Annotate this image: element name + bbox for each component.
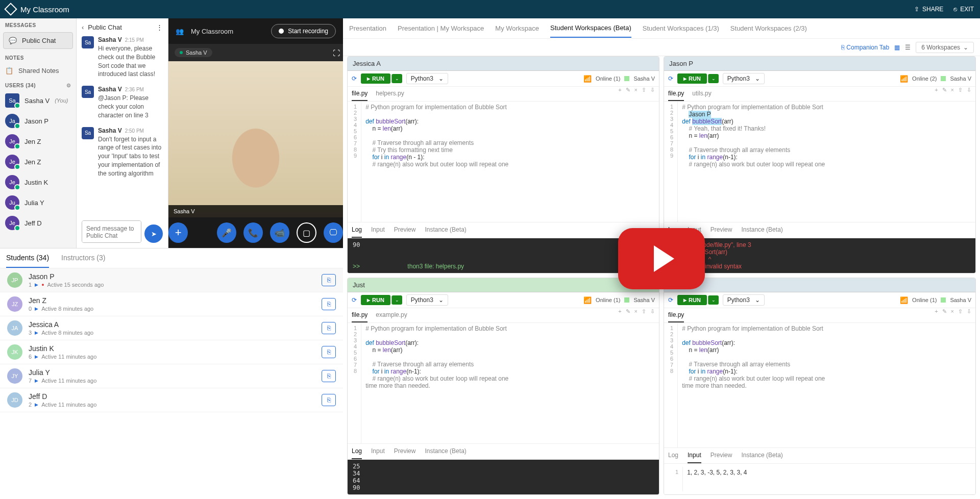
output-tab[interactable]: Input [371,222,385,238]
file-tab[interactable]: helpers.py [376,87,404,101]
run-button[interactable]: RUN [677,73,707,84]
run-dropdown[interactable]: ⌄ [708,295,719,305]
run-button[interactable]: RUN [361,73,390,84]
edit-icon[interactable]: ✎ [626,87,630,101]
grid-view-icon[interactable]: ▦ [894,44,900,51]
add-file-icon[interactable]: + [618,87,621,101]
output-tab[interactable]: Instance (Beta) [425,444,466,459]
run-button[interactable]: RUN [677,295,707,305]
chat-send-button[interactable]: ➤ [144,224,163,243]
shared-notes-button[interactable]: 📋 Shared Notes [0,63,76,79]
open-workspace-button[interactable]: ⎘ [322,394,336,406]
screen-button[interactable]: ▢ [297,222,316,243]
open-workspace-button[interactable]: ⎘ [322,370,336,382]
language-select[interactable]: Python3 ⌄ [406,73,448,84]
add-button[interactable]: + [168,222,188,243]
output-tab[interactable]: Log [352,444,362,459]
video-play-overlay[interactable] [618,228,705,289]
language-select[interactable]: Python3 ⌄ [723,73,765,84]
code-editor[interactable]: 12345678# Python program for implementat… [348,323,659,443]
workspace-tab[interactable]: My Workspace [495,19,539,37]
refresh-icon[interactable]: ⟳ [668,296,673,304]
language-select[interactable]: Python3 ⌄ [406,294,448,306]
close-icon[interactable]: × [951,87,954,101]
camera-button[interactable]: 📹 [270,222,289,243]
output-tab[interactable]: Preview [710,448,732,463]
close-icon[interactable]: × [634,308,638,322]
gear-icon[interactable]: ⚙ [66,83,71,88]
workspace-tab[interactable]: Presentation | My Workspace [398,19,484,37]
public-chat-button[interactable]: 💬 Public Chat [3,32,73,49]
video-feed[interactable]: ⛶ Sasha V [168,61,343,217]
user-item[interactable]: JeJeff D [0,213,76,233]
edit-icon[interactable]: ✎ [942,87,947,101]
run-dropdown[interactable]: ⌄ [391,74,402,83]
mic-button[interactable]: 🎤 [217,222,236,243]
download-icon[interactable]: ⇩ [967,308,971,322]
edit-icon[interactable]: ✎ [626,308,630,322]
language-select[interactable]: Python3 ⌄ [723,294,765,306]
user-item[interactable]: JuJulia Y [0,192,76,213]
download-icon[interactable]: ⇩ [650,308,655,322]
expand-icon[interactable]: ⛶ [333,49,340,57]
output-tab[interactable]: Preview [394,222,416,238]
workspace-tab[interactable]: Student Workspaces (Beta) [550,19,631,38]
refresh-icon[interactable]: ⟳ [668,75,673,82]
run-button[interactable]: RUN [361,295,390,305]
user-item[interactable]: SaSasha V (You) [0,90,76,111]
phone-button[interactable]: 📞 [243,222,263,243]
chat-back-icon[interactable]: ‹ [82,23,84,31]
output-tab[interactable]: Instance (Beta) [741,448,782,463]
student-row[interactable]: JK Justin K 6▶Active 11 minutes ago ⎘ [0,340,343,364]
file-tab[interactable]: file.py [668,87,684,101]
output-tab[interactable]: Preview [394,444,416,459]
output-tab[interactable]: Instance (Beta) [425,222,466,238]
code-editor[interactable]: 12345678# Python program for implementat… [664,323,975,447]
upload-icon[interactable]: ⇧ [958,87,963,101]
workspace-tab[interactable]: Presentation [349,19,386,37]
student-row[interactable]: JY Julia Y 7▶Active 11 minutes ago ⎘ [0,364,343,388]
output-tab[interactable]: Input [371,444,385,459]
open-workspace-button[interactable]: ⎘ [322,298,336,310]
output-tab[interactable]: Log [352,222,362,238]
refresh-icon[interactable]: ⟳ [352,296,357,304]
output-tab[interactable]: Log [668,448,678,463]
open-workspace-button[interactable]: ⎘ [322,346,336,358]
file-tab[interactable]: file.py [668,308,684,322]
output-tab[interactable]: Instance (Beta) [741,222,782,238]
edit-icon[interactable]: ✎ [942,308,947,322]
share-button[interactable]: ⇪SHARE [914,6,943,13]
user-item[interactable]: JeJen Z [0,152,76,172]
chat-menu-icon[interactable]: ⋮ [156,23,163,31]
student-row[interactable]: JD Jeff D 2▶Active 11 minutes ago ⎘ [0,388,343,412]
tab-instructors[interactable]: Instructors (3) [61,254,105,268]
workspace-tab[interactable]: Student Workspaces (1/3) [643,19,719,37]
add-file-icon[interactable]: + [618,308,621,322]
workspace-count-dropdown[interactable]: 6 Workspaces ⌄ [916,42,974,53]
add-file-icon[interactable]: + [935,87,938,101]
workspace-tab[interactable]: Student Workspaces (2/3) [730,19,807,37]
user-item[interactable]: JeJen Z [0,131,76,152]
chat-input[interactable] [82,220,141,243]
refresh-icon[interactable]: ⟳ [352,75,357,82]
download-icon[interactable]: ⇩ [967,87,971,101]
open-workspace-button[interactable]: ⎘ [322,322,336,334]
upload-icon[interactable]: ⇧ [642,308,646,322]
add-file-icon[interactable]: + [935,308,938,322]
record-button[interactable]: Start recording [271,24,336,38]
file-tab[interactable]: file.py [352,308,368,322]
exit-button[interactable]: ⎋EXIT [953,6,974,13]
code-editor[interactable]: 123456789# Python program for implementa… [348,102,659,222]
output-area[interactable]: 11, 2, 3, -3, 5, 2, 3, 3, 4 [664,464,975,494]
close-icon[interactable]: × [951,308,954,322]
list-view-icon[interactable]: ☰ [905,44,911,51]
upload-icon[interactable]: ⇧ [642,87,646,101]
file-tab[interactable]: file.py [352,87,368,101]
companion-tab-link[interactable]: ⎘ Companion Tab [841,44,889,51]
user-item[interactable]: JeJustin K [0,172,76,192]
participants-icon[interactable]: 👥 [176,28,184,35]
upload-icon[interactable]: ⇧ [958,308,963,322]
output-tab[interactable]: Input [688,448,701,463]
download-icon[interactable]: ⇩ [650,87,655,101]
open-workspace-button[interactable]: ⎘ [322,274,336,286]
